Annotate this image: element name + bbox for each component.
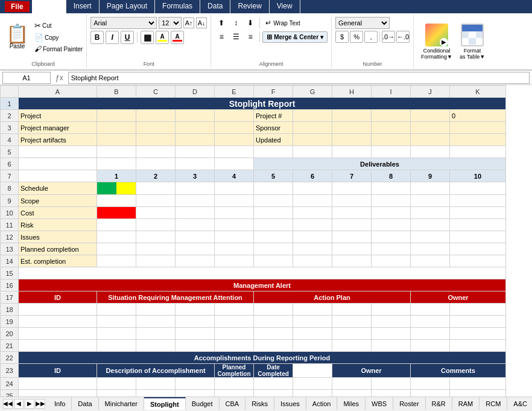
cell-a11[interactable]: Risk xyxy=(19,219,97,231)
cell-i25[interactable] xyxy=(372,390,411,397)
row-number-8[interactable]: 8 xyxy=(1,182,19,195)
cell-h18[interactable] xyxy=(332,304,372,316)
cell-e3[interactable] xyxy=(215,122,254,134)
cell-d2[interactable] xyxy=(176,110,215,122)
sheet-nav-next[interactable]: ▶ xyxy=(25,399,34,409)
cell-c14[interactable] xyxy=(136,255,176,267)
cell-k7[interactable]: 10 xyxy=(450,170,506,182)
tab-page-layout[interactable]: Page Layout xyxy=(100,0,155,13)
cell-j20[interactable] xyxy=(411,328,450,340)
row-number-25[interactable]: 25 xyxy=(1,390,19,397)
cell-a13[interactable]: Planned completion xyxy=(19,243,97,255)
cell-j19[interactable] xyxy=(411,316,450,328)
cell-k21[interactable] xyxy=(450,340,506,352)
cell-h10[interactable] xyxy=(332,207,372,219)
sheet-tab-action[interactable]: Action xyxy=(306,397,338,410)
col-header-h[interactable]: H xyxy=(332,86,372,98)
row-number-7[interactable]: 7 xyxy=(1,170,19,182)
decrease-decimal-button[interactable]: ←.0 xyxy=(396,31,410,43)
cell-g12[interactable] xyxy=(293,231,332,243)
cell-g21[interactable] xyxy=(293,340,332,352)
cell-b14[interactable] xyxy=(97,255,136,267)
sheet-tab-roster[interactable]: Roster xyxy=(393,397,425,410)
font-name-select[interactable]: Arial Calibri Times New Roman xyxy=(90,17,157,29)
font-size-select[interactable]: 81011121416 xyxy=(159,17,182,29)
cell-f17[interactable]: Action Plan xyxy=(254,292,411,304)
cell-j8[interactable] xyxy=(411,182,450,195)
cell-j3[interactable] xyxy=(411,122,450,134)
col-header-k[interactable]: K xyxy=(450,86,506,98)
cell-d3[interactable] xyxy=(176,122,215,134)
cell-c6[interactable] xyxy=(136,158,176,170)
cell-g2[interactable] xyxy=(293,110,332,122)
cell-j4[interactable] xyxy=(411,134,450,146)
cell-h3[interactable] xyxy=(332,122,372,134)
sheet-tab-info[interactable]: Info xyxy=(48,397,72,410)
cell-d12[interactable] xyxy=(176,231,215,243)
italic-button[interactable]: I xyxy=(106,31,119,44)
conditional-formatting-button[interactable]: ▶ ConditionalFormatting▼ xyxy=(419,22,455,61)
cell-e11[interactable] xyxy=(215,219,254,231)
cell-j21[interactable] xyxy=(411,340,450,352)
cell-j13[interactable] xyxy=(411,243,450,255)
cell-a2[interactable]: Project xyxy=(19,110,97,122)
cell-j5[interactable] xyxy=(411,146,450,158)
cell-b24[interactable] xyxy=(97,378,136,390)
cell-e7[interactable]: 4 xyxy=(215,170,254,182)
cell-b19[interactable] xyxy=(97,316,136,328)
cell-e8[interactable] xyxy=(215,182,254,195)
cell-k10[interactable] xyxy=(450,207,506,219)
cell-e5[interactable] xyxy=(215,146,254,158)
cell-d10[interactable] xyxy=(176,207,215,219)
cell-e2[interactable] xyxy=(215,110,254,122)
sheet-tab-stoplight[interactable]: Stoplight xyxy=(144,397,186,410)
row-number-17[interactable]: 17 xyxy=(1,292,19,304)
tab-home[interactable]: Home xyxy=(32,0,66,13)
cell-k8[interactable] xyxy=(450,182,506,195)
row-number-18[interactable]: 18 xyxy=(1,304,19,316)
cell-e18[interactable] xyxy=(215,304,254,316)
cell-a20[interactable] xyxy=(19,328,97,340)
row-number-3[interactable]: 3 xyxy=(1,122,19,134)
cell-j18[interactable] xyxy=(411,304,450,316)
cell-h5[interactable] xyxy=(332,146,372,158)
cell-c20[interactable] xyxy=(136,328,176,340)
sheet-nav-prev[interactable]: ◀ xyxy=(14,399,24,409)
sheet-tab-miles[interactable]: Miles xyxy=(337,397,366,410)
cell-f8[interactable] xyxy=(254,182,293,195)
row-number-14[interactable]: 14 xyxy=(1,255,19,267)
cell-i7[interactable]: 8 xyxy=(372,170,411,182)
tab-insert[interactable]: Insert xyxy=(66,0,100,13)
cell-c19[interactable] xyxy=(136,316,176,328)
fill-color-button[interactable]: A xyxy=(156,31,169,44)
cell-k19[interactable] xyxy=(450,316,506,328)
cell-d19[interactable] xyxy=(176,316,215,328)
tab-formulas[interactable]: Formulas xyxy=(155,0,200,13)
underline-button[interactable]: U xyxy=(121,31,134,44)
cell-a7[interactable] xyxy=(19,170,97,182)
col-header-f[interactable]: F xyxy=(254,86,293,98)
cell-f10[interactable] xyxy=(254,207,293,219)
cell-h25[interactable] xyxy=(332,390,372,397)
cell-a23[interactable]: ID xyxy=(19,364,97,378)
formula-function-icon[interactable]: ƒx xyxy=(53,74,66,82)
cell-i9[interactable] xyxy=(372,195,411,207)
cell-g19[interactable] xyxy=(293,316,332,328)
cell-i20[interactable] xyxy=(372,328,411,340)
sheet-tab-cba[interactable]: CBA xyxy=(220,397,246,410)
cell-k11[interactable] xyxy=(450,219,506,231)
row-number-16[interactable]: 16 xyxy=(1,279,19,292)
cell-h21[interactable] xyxy=(332,340,372,352)
cell-k9[interactable] xyxy=(450,195,506,207)
cell-g11[interactable] xyxy=(293,219,332,231)
cell-i12[interactable] xyxy=(372,231,411,243)
cut-button[interactable]: ✂ Cut xyxy=(33,21,84,31)
tab-view[interactable]: View xyxy=(270,0,300,13)
cell-k4[interactable] xyxy=(450,134,506,146)
sheet-tab-rcm[interactable]: RCM xyxy=(480,397,507,410)
cell-h13[interactable] xyxy=(332,243,372,255)
font-decrease-button[interactable]: A↓ xyxy=(196,18,207,28)
cell-f7[interactable]: 5 xyxy=(254,170,293,182)
align-right-button[interactable]: ≡ xyxy=(244,31,257,43)
cell-e23[interactable]: Planned Completion xyxy=(215,364,254,378)
